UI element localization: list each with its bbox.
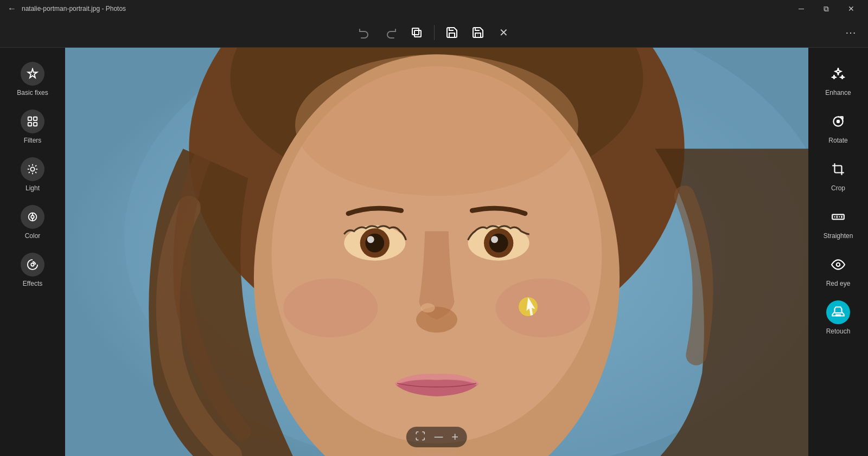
left-sidebar: Basic fixes Filters (0, 48, 65, 456)
straighten-icon (826, 205, 850, 229)
enhance-label: Enhance (825, 89, 851, 97)
color-label: Color (25, 232, 41, 240)
bottom-toolbar: ─ + (406, 427, 467, 447)
crop-icon (826, 157, 850, 181)
crop-label: Crop (831, 184, 845, 192)
svg-line-15 (35, 165, 36, 166)
basic-fixes-label: Basic fixes (17, 89, 48, 97)
close-button[interactable]: ✕ (839, 0, 864, 17)
svg-point-30 (496, 278, 590, 337)
main-area: Basic fixes Filters (0, 48, 868, 456)
image-area: ─ + (65, 48, 808, 456)
red-eye-icon (826, 253, 850, 277)
svg-point-51 (837, 263, 840, 267)
sidebar-item-basic-fixes[interactable]: Basic fixes (7, 56, 59, 102)
svg-text:↑: ↑ (477, 33, 479, 37)
straighten-label: Straighten (824, 232, 853, 240)
duplicate-button[interactable] (406, 22, 427, 43)
filters-icon (21, 110, 44, 133)
close-edit-button[interactable]: ✕ (493, 22, 515, 43)
light-label: Light (25, 184, 40, 192)
save-button[interactable]: ↑ (467, 22, 489, 43)
right-item-enhance[interactable]: Enhance (814, 56, 863, 102)
sidebar-item-light[interactable]: Light (7, 152, 59, 197)
right-item-retouch[interactable]: Retouch (814, 295, 863, 341)
save-icon: ↑ (471, 26, 484, 39)
retouch-label: Retouch (826, 327, 851, 335)
redo-button[interactable] (380, 22, 401, 43)
svg-point-7 (30, 167, 34, 171)
right-item-red-eye[interactable]: Red eye (814, 247, 863, 293)
save-copy-button[interactable] (441, 22, 463, 43)
filters-label: Filters (24, 137, 42, 144)
svg-point-34 (365, 234, 384, 253)
window-title: natalie-portman-portrait.jpg - Photos (22, 5, 789, 12)
red-eye-label: Red eye (826, 280, 851, 287)
svg-rect-46 (832, 215, 844, 220)
effects-label: Effects (23, 280, 42, 287)
svg-point-45 (837, 120, 839, 123)
svg-point-35 (367, 236, 374, 243)
light-icon (21, 157, 44, 181)
sidebar-item-filters[interactable]: Filters (7, 104, 59, 150)
svg-rect-5 (28, 123, 31, 126)
svg-rect-3 (28, 117, 31, 120)
svg-point-38 (489, 234, 508, 253)
svg-line-12 (29, 165, 30, 166)
window-controls: ─ ⧉ ✕ (789, 0, 864, 17)
portrait-svg (65, 48, 808, 456)
zoom-in-button[interactable]: + (451, 430, 458, 444)
svg-rect-1 (412, 28, 419, 35)
right-item-crop[interactable]: Crop (814, 152, 863, 197)
svg-line-14 (29, 172, 30, 173)
duplicate-icon (410, 26, 423, 39)
fit-screen-icon (415, 431, 426, 441)
fit-screen-button[interactable] (415, 431, 426, 444)
svg-point-42 (421, 303, 435, 312)
rotate-icon (826, 110, 850, 133)
right-item-straighten[interactable]: Straighten (814, 200, 863, 245)
sidebar-item-color[interactable]: Color (7, 200, 59, 245)
toolbar-separator (434, 25, 435, 40)
save-copy-icon (445, 26, 458, 39)
enhance-icon (826, 62, 850, 86)
svg-rect-4 (34, 117, 37, 120)
svg-rect-6 (34, 123, 37, 126)
retouch-icon (826, 300, 850, 324)
right-sidebar: Enhance Rotate Crop (808, 48, 868, 456)
sidebar-item-effects[interactable]: Effects (7, 247, 59, 293)
svg-point-39 (491, 236, 498, 243)
edit-toolbar: ↑ ✕ ⋯ (0, 17, 868, 48)
minimize-button[interactable]: ─ (789, 0, 814, 17)
more-options-button[interactable]: ⋯ (840, 22, 861, 43)
svg-line-13 (35, 172, 36, 173)
undo-icon (358, 26, 371, 39)
titlebar: ← natalie-portman-portrait.jpg - Photos … (0, 0, 868, 17)
svg-point-54 (838, 314, 839, 316)
portrait-image: ─ + (65, 48, 808, 456)
svg-rect-0 (414, 30, 421, 37)
color-icon (21, 205, 44, 229)
effects-icon (21, 253, 44, 277)
right-item-rotate[interactable]: Rotate (814, 104, 863, 150)
redo-icon (384, 26, 397, 39)
maximize-button[interactable]: ⧉ (814, 0, 839, 17)
svg-point-55 (839, 314, 840, 316)
svg-point-29 (283, 278, 378, 337)
undo-button[interactable] (354, 22, 375, 43)
basic-fixes-icon (21, 62, 44, 86)
back-button[interactable]: ← (4, 1, 20, 16)
svg-point-53 (836, 314, 837, 316)
svg-point-28 (295, 54, 578, 196)
rotate-label: Rotate (828, 137, 847, 144)
svg-point-17 (31, 215, 34, 219)
zoom-out-button[interactable]: ─ (435, 430, 443, 444)
